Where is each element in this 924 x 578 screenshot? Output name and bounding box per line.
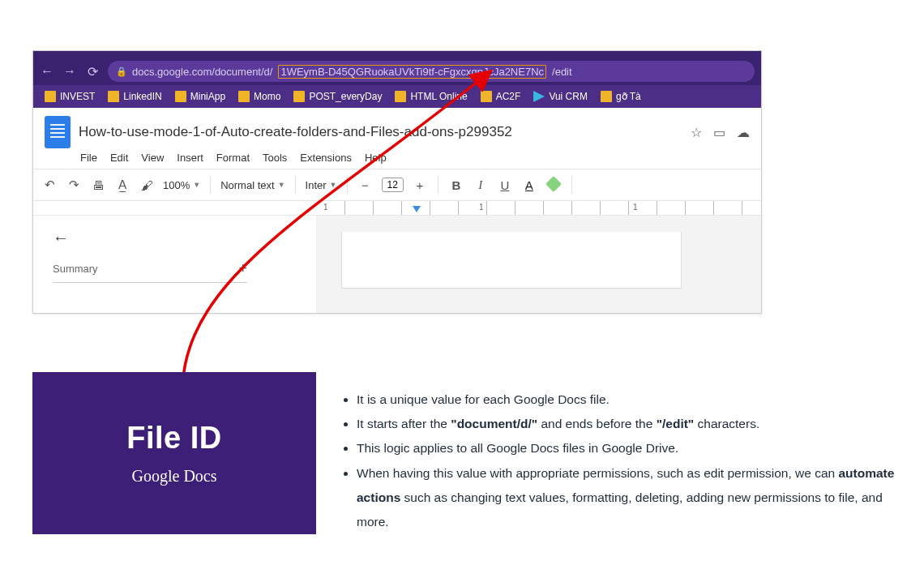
undo-icon[interactable]: ↶ xyxy=(41,178,58,192)
address-bar[interactable]: 🔒 docs.google.com/document/d/1WEymB-D45Q… xyxy=(108,61,755,82)
bookmark-item[interactable]: MiniApp xyxy=(170,89,230,104)
ruler: 1 1 1 xyxy=(33,201,761,216)
bookmark-item[interactable]: AC2F xyxy=(476,89,526,104)
callout-subtitle: Google Docs xyxy=(132,467,217,486)
highlight-button[interactable] xyxy=(545,178,562,192)
ruler-mark: 1 xyxy=(323,203,328,212)
folder-icon xyxy=(395,91,406,102)
move-icon[interactable]: ▭ xyxy=(713,125,725,140)
lock-icon: 🔒 xyxy=(116,66,127,77)
forward-icon[interactable]: → xyxy=(62,64,77,79)
add-summary-icon[interactable]: + xyxy=(238,260,247,277)
font-size-decrease[interactable]: − xyxy=(357,178,374,192)
paint-format-icon[interactable]: 🖌 xyxy=(139,178,155,192)
page-canvas xyxy=(317,216,761,313)
bullet-item: It starts after the "document/d/" and en… xyxy=(357,412,905,436)
italic-button[interactable]: I xyxy=(473,178,489,192)
document-body: ← Summary + xyxy=(33,216,761,313)
bookmark-item[interactable]: gỡ Tà xyxy=(596,89,646,104)
underline-button[interactable]: U xyxy=(497,178,513,192)
toolbar: ↶ ↷ 🖶 A̲ 🖌 100%▼ Normal text▼ Inter▼ − 1… xyxy=(33,169,761,201)
menu-file[interactable]: File xyxy=(80,152,97,164)
url-file-id: 1WEymB-D45QGRuokaUVkTi9tf-cFgxcxgpJcJa2N… xyxy=(278,65,546,79)
bullet-item: This logic applies to all Google Docs fi… xyxy=(357,436,905,460)
menu-edit[interactable]: Edit xyxy=(110,152,128,164)
folder-icon xyxy=(601,91,612,102)
callout-title: File ID xyxy=(126,421,222,456)
menu-format[interactable]: Format xyxy=(216,152,250,164)
paragraph-style-select[interactable]: Normal text▼ xyxy=(220,179,284,191)
bold-button[interactable]: B xyxy=(448,178,464,192)
font-size-increase[interactable]: + xyxy=(412,178,428,192)
url-prefix: docs.google.com/document/d/ xyxy=(132,66,272,78)
bookmark-item[interactable]: HTML Online xyxy=(390,89,472,104)
folder-icon xyxy=(293,91,305,102)
folder-icon xyxy=(175,91,186,102)
explanation-bullets: It is a unique value for each Google Doc… xyxy=(337,387,905,534)
bookmarks-bar: INVEST LinkedIN MiniApp Momo POST_everyD… xyxy=(33,85,761,108)
menu-extensions[interactable]: Extensions xyxy=(300,152,352,164)
menu-view[interactable]: View xyxy=(141,152,164,164)
print-icon[interactable]: 🖶 xyxy=(90,178,106,192)
font-select[interactable]: Inter▼ xyxy=(306,179,337,191)
page[interactable] xyxy=(341,232,682,289)
star-icon[interactable]: ☆ xyxy=(691,125,702,140)
spellcheck-icon[interactable]: A̲ xyxy=(114,178,130,192)
folder-icon xyxy=(238,91,250,102)
font-size-input[interactable]: 12 xyxy=(382,178,404,192)
outline-back-icon[interactable]: ← xyxy=(53,229,297,247)
menu-help[interactable]: Help xyxy=(365,152,387,164)
outline-summary-label: Summary xyxy=(53,263,98,275)
tab-strip xyxy=(33,51,761,58)
browser-window: ← → ⟳ 🔒 docs.google.com/document/d/1WEym… xyxy=(32,50,762,314)
ruler-mark: 1 xyxy=(633,203,638,212)
folder-icon xyxy=(481,91,492,102)
bookmark-item[interactable]: LinkedIN xyxy=(103,89,166,104)
folder-icon xyxy=(45,91,56,102)
folder-icon xyxy=(108,91,119,102)
bullet-item: It is a unique value for each Google Doc… xyxy=(357,387,905,412)
url-suffix: /edit xyxy=(552,66,572,78)
back-icon[interactable]: ← xyxy=(40,64,54,79)
ruler-mark: 1 xyxy=(479,203,484,212)
bookmark-item[interactable]: Momo xyxy=(233,89,285,104)
bullet-item: When having this value with appropriate … xyxy=(357,461,905,535)
docs-header: How-to-use-mode-1-of-Auto-create-folders… xyxy=(33,108,761,169)
menu-tools[interactable]: Tools xyxy=(263,152,287,164)
redo-icon[interactable]: ↷ xyxy=(66,178,82,192)
bookmark-item[interactable]: Vui CRM xyxy=(528,89,592,104)
bookmark-item[interactable]: POST_everyDay xyxy=(289,89,387,104)
indent-marker-icon[interactable] xyxy=(413,206,421,212)
docs-logo-icon[interactable] xyxy=(45,116,71,148)
reload-icon[interactable]: ⟳ xyxy=(85,64,100,79)
bookmark-item[interactable]: INVEST xyxy=(40,89,100,104)
menu-bar: File Edit View Insert Format Tools Exten… xyxy=(41,150,753,169)
app-icon xyxy=(533,91,545,102)
cloud-icon[interactable]: ☁ xyxy=(737,125,750,140)
menu-insert[interactable]: Insert xyxy=(177,152,203,164)
document-title[interactable]: How-to-use-mode-1-of-Auto-create-folders… xyxy=(79,124,682,140)
omnibox-row: ← → ⟳ 🔒 docs.google.com/document/d/1WEym… xyxy=(33,58,761,85)
outline-panel: ← Summary + xyxy=(33,216,317,313)
zoom-select[interactable]: 100%▼ xyxy=(163,179,200,191)
callout-box: File ID Google Docs xyxy=(32,372,316,534)
text-color-button[interactable]: A xyxy=(521,178,537,192)
